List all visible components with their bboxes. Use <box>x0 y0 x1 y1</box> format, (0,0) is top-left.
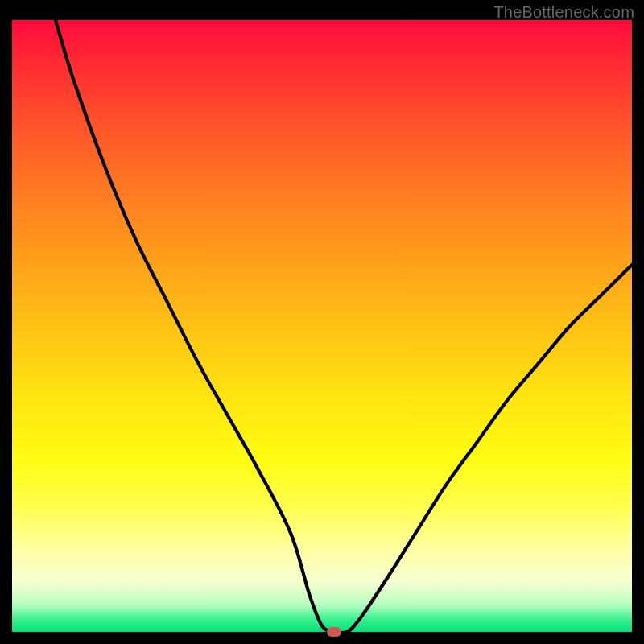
watermark-text: TheBottleneck.com <box>493 3 634 22</box>
chart-container: TheBottleneck.com <box>0 0 644 644</box>
curve-path <box>56 20 632 633</box>
plot-area <box>12 20 632 632</box>
optimal-marker <box>327 627 341 637</box>
bottleneck-curve <box>12 20 632 632</box>
